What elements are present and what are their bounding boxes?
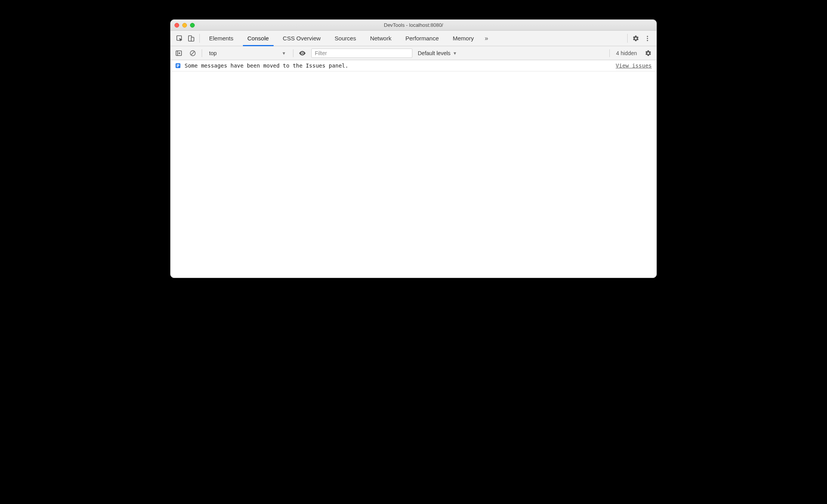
view-issues-link[interactable]: View issues bbox=[616, 63, 652, 69]
context-label: top bbox=[209, 50, 216, 56]
window-title: DevTools - localhost:8080/ bbox=[171, 22, 656, 28]
traffic-lights bbox=[174, 23, 195, 28]
tab-sources[interactable]: Sources bbox=[328, 31, 363, 46]
panel-tabs: Elements Console CSS Overview Sources Ne… bbox=[202, 31, 492, 46]
issues-notice-row: Some messages have been moved to the Iss… bbox=[171, 60, 656, 71]
levels-label: Default levels bbox=[418, 50, 450, 56]
minimize-window-button[interactable] bbox=[182, 23, 187, 28]
svg-point-3 bbox=[647, 36, 648, 37]
console-toolbar: top ▼ Default levels ▼ 4 hidden bbox=[171, 46, 656, 60]
divider bbox=[202, 49, 202, 57]
toggle-device-toolbar-icon[interactable] bbox=[185, 31, 197, 46]
svg-rect-2 bbox=[191, 37, 194, 41]
chevron-down-icon: ▼ bbox=[453, 51, 457, 56]
console-settings-icon[interactable] bbox=[643, 48, 653, 58]
divider bbox=[609, 49, 610, 57]
more-options-button[interactable] bbox=[642, 31, 653, 46]
svg-rect-12 bbox=[177, 66, 178, 67]
tab-label: Memory bbox=[453, 35, 474, 42]
tab-network[interactable]: Network bbox=[363, 31, 398, 46]
divider bbox=[199, 34, 200, 43]
tab-elements[interactable]: Elements bbox=[202, 31, 241, 46]
inspect-element-icon[interactable] bbox=[174, 31, 185, 46]
execution-context-select[interactable]: top ▼ bbox=[206, 48, 289, 58]
tab-label: Performance bbox=[405, 35, 439, 42]
tab-label: Console bbox=[248, 35, 269, 42]
toggle-console-sidebar-icon[interactable] bbox=[174, 48, 184, 58]
hidden-messages-count[interactable]: 4 hidden bbox=[614, 50, 639, 56]
zoom-window-button[interactable] bbox=[190, 23, 195, 28]
svg-rect-11 bbox=[177, 65, 180, 66]
tab-label: Elements bbox=[209, 35, 234, 42]
devtools-window: DevTools - localhost:8080/ Elements Cons… bbox=[170, 19, 657, 278]
svg-point-8 bbox=[302, 52, 303, 54]
filter-input[interactable] bbox=[311, 49, 412, 58]
issues-icon bbox=[175, 63, 181, 68]
svg-point-5 bbox=[647, 40, 648, 41]
settings-button[interactable] bbox=[630, 31, 642, 46]
log-levels-select[interactable]: Default levels ▼ bbox=[416, 50, 459, 56]
titlebar: DevTools - localhost:8080/ bbox=[171, 20, 656, 31]
divider bbox=[627, 34, 628, 43]
console-messages: Some messages have been moved to the Iss… bbox=[171, 60, 656, 278]
tab-label: CSS Overview bbox=[283, 35, 321, 42]
close-window-button[interactable] bbox=[174, 23, 179, 28]
tab-performance[interactable]: Performance bbox=[398, 31, 446, 46]
svg-rect-10 bbox=[177, 64, 180, 65]
svg-point-4 bbox=[647, 38, 648, 39]
chevron-down-icon: ▼ bbox=[282, 51, 286, 56]
issues-notice-text: Some messages have been moved to the Iss… bbox=[185, 63, 612, 69]
tab-label: Network bbox=[370, 35, 391, 42]
more-tabs-button[interactable]: » bbox=[481, 31, 492, 46]
tab-memory[interactable]: Memory bbox=[446, 31, 481, 46]
tab-css-overview[interactable]: CSS Overview bbox=[276, 31, 328, 46]
main-tabbar: Elements Console CSS Overview Sources Ne… bbox=[171, 31, 656, 46]
chevron-double-right-icon: » bbox=[485, 35, 488, 42]
live-expression-icon[interactable] bbox=[297, 48, 307, 58]
tab-label: Sources bbox=[335, 35, 356, 42]
clear-console-icon[interactable] bbox=[188, 48, 198, 58]
divider bbox=[293, 49, 293, 57]
tab-console[interactable]: Console bbox=[241, 31, 276, 46]
